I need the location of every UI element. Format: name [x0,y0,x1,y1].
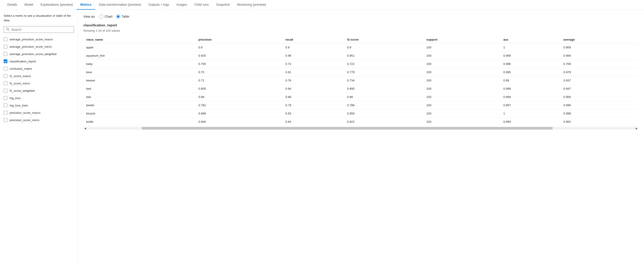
metric-checkbox[interactable] [4,118,7,122]
metric-label: average_precision_score_weighted [10,52,56,56]
metric-item[interactable]: log_loss_train [0,102,78,109]
table-row: beetle0.7820.790.7861000.9970.896 [83,101,638,109]
table-cell-average: 0.879 [561,68,638,76]
sidebar: Select a metric to see a visualization o… [0,10,78,267]
table-cell-class_name: bed [83,85,196,93]
table-radio-option[interactable]: Table [116,15,129,19]
table-cell-average: 0.947 [561,85,638,93]
table-cell-f1_score: 0.895 [344,85,424,93]
metric-item[interactable]: average_precision_score_macro [0,36,78,43]
metric-item[interactable]: f1_score_macro [0,72,78,80]
table-cell-recall: 0.98 [282,52,344,60]
table-cell-support: 100 [424,85,501,93]
table-cell-f1_score: 0.959 [344,109,424,118]
tab-details[interactable]: Details [4,0,21,10]
view-as-row: View as: Chart Table [83,15,638,19]
metric-checkbox[interactable] [4,45,7,48]
scroll-left-arrow[interactable]: ◀ [83,127,87,130]
metric-checkbox[interactable] [4,103,7,107]
table-body: apple0.90.90.910010.959aquarium_fish0.92… [83,43,638,126]
col-f1-score: f1-score [344,36,424,43]
tab-explanations[interactable]: Explanations (preview) [37,0,77,10]
metric-label: confusion_matrix [10,67,32,70]
metric-checkbox[interactable] [4,59,7,63]
metric-checkbox[interactable] [4,81,7,85]
table-cell-auc: 0.99 [501,76,561,85]
horizontal-scrollbar[interactable]: ◀ ▶ [83,127,638,130]
table-cell-class_name: beaver [83,76,196,85]
metric-item[interactable]: precision_score_macro [0,109,78,116]
metric-item[interactable]: classification_report [0,58,78,65]
metric-checkbox[interactable] [4,96,7,100]
table-cell-f1_score: 0.722 [344,60,424,68]
table-cell-auc: 0.995 [501,68,561,76]
view-as-label: View as: [83,15,96,18]
table-cell-auc: 1 [501,43,561,52]
metric-label: average_precision_score_micro [10,45,52,48]
chart-radio-option[interactable]: Chart [99,15,112,19]
table-cell-support: 100 [424,52,501,60]
table-cell-precision: 0.855 [196,85,283,93]
scroll-right-arrow[interactable]: ▶ [635,127,638,130]
table-cell-auc: 0.997 [501,101,561,109]
content-area: View as: Chart Table classification_repo… [78,10,644,267]
metric-checkbox[interactable] [4,52,7,56]
metric-label: precision_score_macro [10,111,40,114]
metric-label: precision_score_micro [10,118,40,122]
table-cell-average: 0.959 [561,43,638,52]
table-row: bottle0.9040.940.9221000.9990.962 [83,118,638,126]
metric-checkbox[interactable] [4,74,7,78]
tab-images[interactable]: Images [173,0,191,10]
table-cell-auc: 0.999 [501,93,561,101]
table-cell-recall: 0.93 [282,109,344,118]
tab-metrics[interactable]: Metrics [77,0,95,10]
tab-monitoring[interactable]: Monitoring (preview) [233,0,270,10]
table-cell-precision: 0.71 [196,76,283,85]
metric-checkbox[interactable] [4,37,7,41]
metric-checkbox[interactable] [4,67,7,70]
tab-outputs-logs[interactable]: Outputs + logs [145,0,173,10]
metric-item[interactable]: log_loss [0,94,78,102]
search-input[interactable] [11,28,72,32]
table-cell-precision: 0.904 [196,118,283,126]
metric-list: average_precision_score_macroaverage_pre… [0,36,78,267]
metric-item[interactable]: f1_score_weighted [0,87,78,94]
table-cell-auc: 0.999 [501,85,561,93]
table-cell-support: 100 [424,93,501,101]
table-cell-precision: 0.782 [196,101,283,109]
svg-line-1 [8,30,9,31]
scroll-thumb[interactable] [142,127,552,130]
sidebar-description: Select a metric to see a visualization o… [0,14,78,26]
table-cell-auc: 0.999 [501,52,561,60]
tab-child-runs[interactable]: Child runs [191,0,212,10]
search-box[interactable] [4,26,74,33]
table-radio-button[interactable] [116,15,120,19]
table-cell-class_name: bicycle [83,109,196,118]
metric-checkbox[interactable] [4,111,7,114]
tab-data-transformation[interactable]: Data transformation (preview) [95,0,145,10]
metric-item[interactable]: precision_score_micro [0,116,78,124]
metric-label: log_loss [10,96,20,100]
metric-item[interactable]: average_precision_score_weighted [0,50,78,58]
col-auc: auc [501,36,561,43]
metric-item[interactable]: f1_score_micro [0,80,78,87]
table-cell-recall: 0.76 [282,76,344,85]
chart-radio-button[interactable] [99,15,103,19]
table-cell-support: 100 [424,109,501,118]
table-cell-class_name: bee [83,93,196,101]
table-cell-average: 0.998 [561,109,638,118]
tab-snapshot[interactable]: Snapshot [212,0,233,10]
table-cell-average: 0.769 [561,60,638,68]
top-tab-bar: Details Model Explanations (preview) Met… [0,0,644,10]
table-cell-recall: 0.88 [282,93,344,101]
table-cell-f1_score: 0.951 [344,52,424,60]
metric-label: f1_score_weighted [10,89,34,92]
tab-model[interactable]: Model [21,0,37,10]
scroll-track[interactable] [87,127,635,130]
table-cell-auc: 0.996 [501,60,561,68]
col-class-name: class_name [83,36,196,43]
table-cell-f1_score: 0.88 [344,93,424,101]
metric-item[interactable]: average_precision_score_micro [0,43,78,50]
metric-item[interactable]: confusion_matrix [0,65,78,72]
metric-checkbox[interactable] [4,89,7,92]
